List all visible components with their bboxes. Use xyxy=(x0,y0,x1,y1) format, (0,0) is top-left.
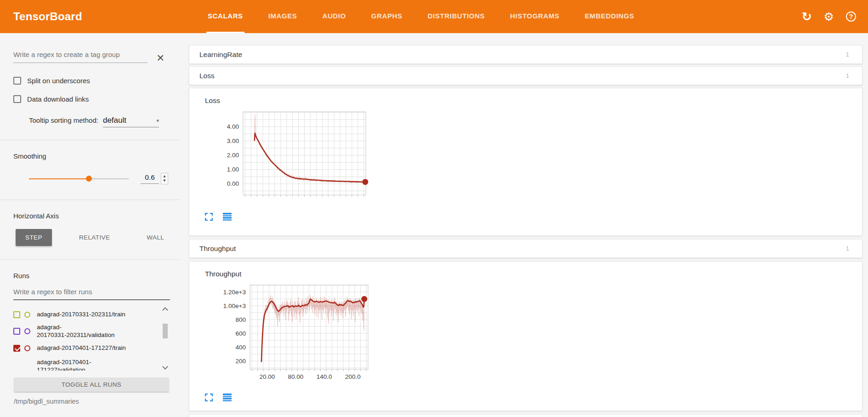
chart-actions xyxy=(205,394,862,401)
run-name: adagrad-20170331-202311/train xyxy=(37,311,137,319)
run-selector-menu-icon[interactable] xyxy=(223,394,232,401)
svg-text:1.00e+3: 1.00e+3 xyxy=(223,303,246,309)
section-count-badge: 1 xyxy=(846,51,849,58)
svg-text:800: 800 xyxy=(235,316,246,323)
svg-text:2.00: 2.00 xyxy=(227,152,239,159)
run-name: adagrad-20170401-171227/train xyxy=(37,344,137,352)
tooltip-sorting-label: Tooltip sorting method: xyxy=(29,116,98,124)
chart-actions xyxy=(205,213,862,221)
runs-label: Runs xyxy=(13,272,179,280)
axis-option-wall[interactable]: WALL xyxy=(137,229,174,246)
data-download-links-checkbox[interactable]: Data download links xyxy=(13,95,179,103)
section-bar-throughput[interactable]: Throughput 1 xyxy=(189,239,862,258)
run-checkbox[interactable] xyxy=(13,328,20,335)
checkbox-label: Split on underscores xyxy=(27,77,90,85)
svg-text:200: 200 xyxy=(235,358,246,365)
stepper-down-icon[interactable]: ▼ xyxy=(163,179,165,183)
divider xyxy=(0,200,179,200)
sidebar: × Split on underscores Data download lin… xyxy=(0,33,179,417)
smoothing-value[interactable]: 0.6 xyxy=(141,173,159,184)
section-bar-learningrate[interactable]: LearningRate 1 xyxy=(189,45,862,64)
svg-text:140.0: 140.0 xyxy=(317,373,332,380)
svg-text:20.00: 20.00 xyxy=(259,373,275,380)
svg-text:1.00: 1.00 xyxy=(227,166,239,173)
smoothing-stepper[interactable]: ▲ ▼ xyxy=(161,173,168,184)
close-icon[interactable]: × xyxy=(157,53,164,63)
section-title: Throughput xyxy=(199,245,236,253)
svg-text:3.00: 3.00 xyxy=(227,137,239,144)
smoothing-label: Smoothing xyxy=(13,152,179,160)
tab-audio[interactable]: AUDIO xyxy=(321,0,347,33)
fullscreen-icon[interactable] xyxy=(205,213,213,221)
svg-text:0.00: 0.00 xyxy=(227,180,239,187)
loss-chart[interactable]: 0.001.002.003.004.00 xyxy=(205,108,375,202)
axis-option-relative[interactable]: RELATIVE xyxy=(69,229,119,246)
horizontal-axis-label: Horizontal Axis xyxy=(13,212,179,220)
run-selector-menu-icon[interactable] xyxy=(223,213,232,221)
main-panel: LearningRate 1 Loss 1 Loss 0.001.002.003… xyxy=(189,33,862,417)
run-checkbox[interactable] xyxy=(13,311,20,318)
app-title: TensorBoard xyxy=(0,0,166,33)
slider-thumb[interactable] xyxy=(86,176,92,182)
run-name: adagrad-20170401-171227/validation xyxy=(37,359,137,371)
loss-chart-title: Loss xyxy=(205,97,862,105)
run-row[interactable]: adagrad-20170331-202311/validation xyxy=(13,323,173,340)
toggle-all-runs-button[interactable]: TOGGLE ALL RUNS xyxy=(14,377,169,392)
app-header: TensorBoard SCALARSIMAGESAUDIOGRAPHSDIST… xyxy=(0,0,868,33)
run-radio-icon[interactable] xyxy=(24,345,30,351)
throughput-chart-title: Throughput xyxy=(205,270,862,278)
tab-histograms[interactable]: HISTOGRAMS xyxy=(509,0,561,33)
svg-text:4.00: 4.00 xyxy=(227,123,239,130)
nav-tabs: SCALARSIMAGESAUDIOGRAPHSDISTRIBUTIONSHIS… xyxy=(206,0,635,33)
axis-option-step[interactable]: STEP xyxy=(16,229,52,246)
run-radio-icon[interactable] xyxy=(24,328,30,334)
split-underscores-checkbox[interactable]: Split on underscores xyxy=(13,77,179,85)
tab-scalars[interactable]: SCALARS xyxy=(206,0,244,33)
smoothing-slider[interactable] xyxy=(29,178,129,179)
throughput-chart[interactable]: 2004006008001.00e+31.20e+320.0080.00140.… xyxy=(205,281,376,390)
run-checkbox[interactable] xyxy=(13,345,20,352)
section-count-badge: 1 xyxy=(846,72,849,79)
divider xyxy=(0,259,179,260)
scroll-up-icon[interactable] xyxy=(162,307,168,313)
run-rows: adagrad-20170331-202311/trainadagrad-201… xyxy=(13,306,173,371)
runs-list: adagrad-20170331-202311/trainadagrad-201… xyxy=(13,306,173,371)
svg-text:80.00: 80.00 xyxy=(288,373,304,380)
svg-text:600: 600 xyxy=(235,330,246,337)
help-icon[interactable]: ? xyxy=(846,11,856,22)
tab-distributions[interactable]: DISTRIBUTIONS xyxy=(426,0,486,33)
run-row[interactable]: adagrad-20170401-171227/train xyxy=(13,340,173,357)
runs-scrollbar[interactable] xyxy=(162,306,169,371)
checkbox-icon xyxy=(13,77,21,85)
svg-text:1.20e+3: 1.20e+3 xyxy=(223,289,246,296)
settings-gear-icon[interactable]: ⚙ xyxy=(824,10,834,23)
tab-images[interactable]: IMAGES xyxy=(267,0,299,33)
run-row[interactable]: adagrad-20170331-202311/train xyxy=(13,306,173,323)
throughput-section-panel: Throughput 2004006008001.00e+31.20e+320.… xyxy=(189,261,862,411)
section-bar-loss[interactable]: Loss 1 xyxy=(189,66,862,85)
log-directory-path: /tmp/bigdl_summaries xyxy=(14,398,179,405)
run-radio-icon[interactable] xyxy=(24,312,30,318)
runs-regex-input[interactable] xyxy=(13,288,170,300)
horizontal-axis-options: STEPRELATIVEWALL xyxy=(16,229,179,246)
scrollbar-thumb[interactable] xyxy=(163,324,168,338)
tab-embeddings[interactable]: EMBEDDINGS xyxy=(583,0,635,33)
tab-graphs[interactable]: GRAPHS xyxy=(370,0,404,33)
tag-filter-row: × xyxy=(13,51,179,63)
svg-text:200.0: 200.0 xyxy=(345,373,361,380)
section-bar-partial[interactable] xyxy=(189,414,862,417)
scroll-down-icon[interactable] xyxy=(162,364,168,370)
stepper-up-icon[interactable]: ▲ xyxy=(163,175,165,178)
section-count-badge: 1 xyxy=(846,245,849,252)
run-row[interactable]: adagrad-20170401-171227/validation xyxy=(13,357,173,371)
tag-regex-input[interactable] xyxy=(13,51,148,63)
header-actions: ↻ ⚙ ? xyxy=(802,0,868,33)
section-title: LearningRate xyxy=(199,51,242,59)
refresh-icon[interactable]: ↻ xyxy=(802,10,812,23)
fullscreen-icon[interactable] xyxy=(205,394,213,401)
tooltip-sorting-select[interactable]: default ▾ xyxy=(103,116,159,127)
run-name: adagrad-20170331-202311/validation xyxy=(37,324,137,339)
checkbox-label: Data download links xyxy=(27,95,89,103)
svg-text:400: 400 xyxy=(235,344,246,351)
tooltip-sorting-row: Tooltip sorting method: default ▾ xyxy=(29,116,179,127)
